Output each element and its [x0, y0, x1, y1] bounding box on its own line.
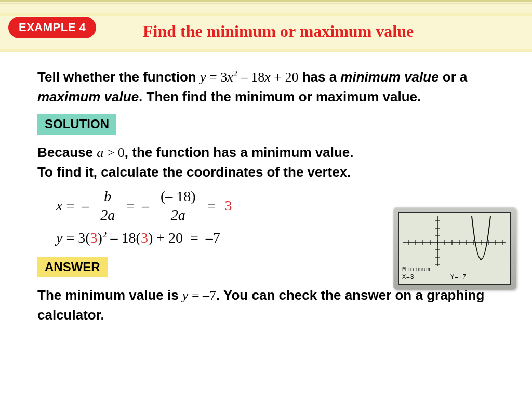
answer-label: ANSWER	[37, 257, 108, 277]
calculator-screen: • Minimum X=3Y=-7	[398, 212, 511, 285]
math-text: x = –	[56, 197, 89, 214]
equals: = –	[126, 197, 149, 214]
sub-x: 3	[90, 230, 98, 246]
final-answer: The minimum value is y = –7. You can che…	[37, 286, 511, 325]
problem-statement: Tell whether the function y = 3x2 – 18x …	[37, 68, 511, 107]
sub-x: 3	[141, 230, 148, 246]
decor-stripe	[0, 3, 532, 4]
equals: =	[207, 197, 216, 214]
step-text: To find it, calculate the coordinates of…	[37, 164, 351, 180]
x-result-value: 3	[224, 197, 232, 214]
problem-text: or a	[439, 69, 468, 85]
calc-line-1: Minimum	[402, 266, 467, 274]
solution-step-1: Because a > 0, the function has a minimu…	[37, 143, 511, 181]
problem-text: . Then find the minimum or maximum value…	[139, 89, 421, 104]
math-condition: a	[97, 145, 103, 160]
example-badge: EXAMPLE 4	[8, 17, 96, 38]
calc-line-2: X=3Y=-7	[402, 274, 467, 282]
step-text: , the function has a minimum value.	[125, 144, 354, 160]
fraction-b-over-2a: b 2a	[95, 189, 120, 223]
final-text: The minimum value is	[37, 287, 182, 303]
problem-em: minimum value	[340, 69, 438, 85]
problem-equation: y = 3x2 – 18x + 20	[200, 70, 298, 85]
calculator-screenshot: • Minimum X=3Y=-7	[393, 207, 516, 290]
decor-stripe	[0, 0, 532, 2]
fraction-denom: 2a	[95, 206, 120, 223]
solution-label: SOLUTION	[37, 114, 116, 135]
calculator-readout: Minimum X=3Y=-7	[402, 266, 467, 282]
fraction-numerator: b	[99, 189, 116, 206]
problem-text: has a	[298, 69, 340, 85]
fraction-numerator: (– 18)	[155, 189, 201, 206]
step-text: Because	[37, 144, 97, 160]
problem-em: maximum value	[37, 89, 139, 104]
page-title: Find the minimum or maximum value	[143, 22, 414, 41]
fraction-denom: 2a	[166, 206, 191, 223]
fraction-neg18-over-2a: (– 18) 2a	[155, 189, 201, 223]
problem-text: Tell whether the function	[37, 69, 200, 85]
final-equation: y = –7	[182, 288, 216, 303]
svg-text:•: •	[479, 257, 483, 264]
